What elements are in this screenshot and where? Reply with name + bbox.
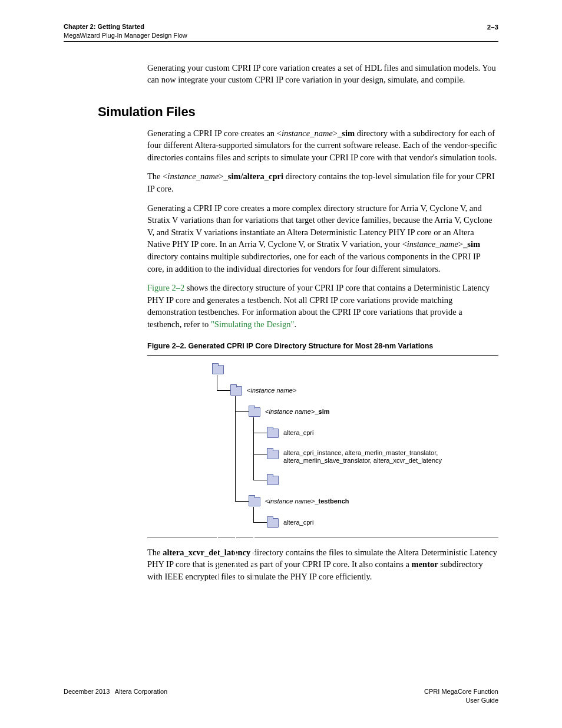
paragraph-4: Figure 2–2 shows the directory structure… bbox=[147, 282, 498, 330]
folder-icon bbox=[230, 386, 242, 396]
page-footer: December 2013 Altera Corporation CPRI Me… bbox=[64, 687, 498, 704]
paragraph-1: Generating a CPRI IP core creates an <in… bbox=[147, 127, 498, 164]
figure-box: <instance name> <instance name>_sim bbox=[147, 355, 498, 538]
tree-label-testbench: <instance name>_testbench bbox=[265, 498, 349, 505]
section-heading: Simulation Files bbox=[98, 103, 498, 121]
header-left: Chapter 2: Getting Started MegaWizard Pl… bbox=[64, 22, 187, 40]
folder-icon bbox=[249, 407, 260, 417]
folder-icon bbox=[249, 497, 260, 506]
folder-icon bbox=[267, 429, 279, 438]
page-header: Chapter 2: Getting Started MegaWizard Pl… bbox=[64, 22, 498, 42]
footer-left: December 2013 Altera Corporation bbox=[64, 687, 167, 704]
cross-reference-link[interactable]: "Simulating the Design" bbox=[211, 319, 295, 329]
folder-icon bbox=[212, 365, 224, 374]
paragraph-3: Generating a CPRI IP core creates a more… bbox=[147, 202, 498, 275]
page-number: 2–3 bbox=[487, 22, 498, 32]
intro-paragraph: Generating your custom CPRI IP core vari… bbox=[147, 62, 498, 86]
folder-icon bbox=[267, 476, 279, 485]
tree-label-altera-cpri-tb: altera_cpri bbox=[283, 519, 313, 526]
folder-icon bbox=[267, 518, 279, 528]
paragraph-2: The <instance_name>_sim/altera_cpri dire… bbox=[147, 170, 498, 195]
section-label: MegaWizard Plug-In Manager Design Flow bbox=[64, 31, 187, 40]
figure-caption: Figure 2–2. Generated CPRI IP Core Direc… bbox=[147, 341, 498, 351]
paragraph-5: The altera_xcvr_det_latency directory co… bbox=[147, 546, 498, 583]
tree-label-sim: <instance name>_sim bbox=[265, 408, 330, 416]
tree-label-components: altera_cpri_instance, altera_merlin_mast… bbox=[283, 449, 448, 465]
tree-label-altera-cpri: altera_cpri bbox=[283, 429, 313, 437]
directory-tree: <instance name> <instance name>_sim bbox=[212, 364, 498, 528]
chapter-label: Chapter 2: Getting Started bbox=[64, 22, 187, 31]
figure-reference[interactable]: Figure 2–2 bbox=[147, 283, 184, 292]
footer-right: CPRI MegaCore Function User Guide bbox=[424, 687, 498, 704]
tree-label-instance: <instance name> bbox=[247, 387, 296, 394]
folder-icon bbox=[267, 450, 279, 459]
